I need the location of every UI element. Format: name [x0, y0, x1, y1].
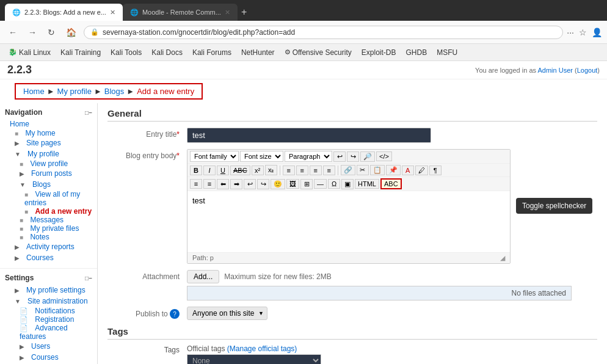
- toolbar-align-right-btn[interactable]: ≡: [310, 166, 322, 175]
- sidebar-item-users[interactable]: Users: [26, 341, 50, 351]
- toolbar-copy-btn[interactable]: 📋: [370, 165, 385, 175]
- menu-dots-icon[interactable]: ···: [567, 27, 574, 37]
- toolbar-spellcheck-btn[interactable]: ABC Toggle spellchecker: [380, 178, 402, 189]
- toolbar-superscript-btn[interactable]: x²: [252, 166, 264, 175]
- tags-row: Tags Official tags (Manage official tags…: [107, 344, 597, 364]
- sidebar-item-view-profile[interactable]: View profile: [25, 159, 68, 169]
- breadcrumb-blogs[interactable]: Blogs: [104, 87, 125, 96]
- toolbar-indent-btn[interactable]: ➡: [230, 179, 242, 189]
- toolbar-link-btn[interactable]: 🔗: [341, 165, 355, 175]
- profile-icon[interactable]: 👤: [592, 27, 602, 37]
- sidebar-item-my-profile[interactable]: My profile: [23, 149, 59, 159]
- font-family-select[interactable]: Font family: [190, 151, 239, 162]
- sidebar-item-notes[interactable]: Notes: [25, 232, 49, 242]
- toolbar-align-left-btn[interactable]: ≡: [283, 166, 295, 175]
- home-button[interactable]: 🏠: [62, 26, 80, 39]
- toolbar-outdent-btn[interactable]: ⬅: [217, 179, 229, 189]
- breadcrumb-current[interactable]: Add a new entry: [137, 87, 194, 96]
- toolbar-underline-btn[interactable]: U: [217, 166, 229, 175]
- bookmark-ghdb[interactable]: GHDB: [402, 47, 431, 58]
- max-size-text: Maximum size for new files: 2MB: [224, 272, 331, 281]
- toolbar-image-btn[interactable]: 🖼: [286, 179, 299, 189]
- toolbar-hilite-btn[interactable]: 🖊: [415, 166, 428, 175]
- entry-title-label: Entry title*: [107, 128, 187, 139]
- sidebar-item-courses-s[interactable]: Courses: [26, 352, 59, 362]
- user-name-link[interactable]: Admin User: [537, 67, 572, 74]
- tab-inactive[interactable]: 🌐 Moodle - Remote Comm... ✕: [123, 4, 238, 21]
- breadcrumb-my-profile[interactable]: My profile: [57, 87, 92, 96]
- toolbar-redo2-btn[interactable]: ↪: [257, 179, 269, 189]
- toolbar-paste-btn[interactable]: 📌: [386, 165, 401, 175]
- bookmark-kali-training[interactable]: Kali Training: [57, 47, 104, 58]
- tab-inactive-close[interactable]: ✕: [225, 9, 230, 16]
- toolbar-redo-btn[interactable]: ↪: [347, 151, 359, 162]
- toolbar-bold-btn[interactable]: B: [190, 166, 202, 175]
- editor-body[interactable]: test: [187, 191, 510, 252]
- courses-s-arrow: ▶: [20, 354, 24, 361]
- font-size-select[interactable]: Font size: [240, 151, 283, 162]
- breadcrumb-home[interactable]: Home: [23, 87, 45, 96]
- toolbar-subscript-btn[interactable]: x₂: [265, 165, 277, 175]
- sidebar-toggle-icons[interactable]: □−: [85, 109, 92, 116]
- tab-close-btn[interactable]: ✕: [110, 9, 115, 16]
- toolbar-italic-btn[interactable]: I: [203, 166, 216, 175]
- sidebar-item-site-pages[interactable]: Site pages: [21, 138, 61, 148]
- bookmark-exploit-db[interactable]: Exploit-DB: [358, 47, 400, 58]
- toolbar-cut-btn[interactable]: ✂: [357, 165, 369, 175]
- toolbar-table-btn[interactable]: ⊞: [300, 179, 313, 189]
- new-tab-button[interactable]: +: [241, 7, 247, 18]
- bookmark-kali-tools[interactable]: Kali Tools: [107, 47, 145, 58]
- bookmark-offensive-security[interactable]: ⚙ Offensive Security: [281, 47, 355, 58]
- sidebar-item-blogs[interactable]: Blogs: [27, 180, 51, 189]
- address-bar[interactable]: 🔒 severnaya-station.com/gnocertdir/blog/…: [84, 26, 563, 39]
- toolbar-undo2-btn[interactable]: ↩: [244, 179, 256, 189]
- toolbar-source-btn[interactable]: </>: [376, 151, 392, 161]
- bookmark-kali-linux[interactable]: 🐉 Kali Linux: [5, 47, 54, 58]
- toolbar-smile-btn[interactable]: 🙂: [271, 179, 285, 189]
- toolbar-strikethrough-btn[interactable]: ABC: [230, 166, 250, 175]
- sidebar-item-site-admin[interactable]: Site administration: [23, 296, 88, 306]
- manage-tags-link[interactable]: (Manage official tags): [227, 344, 297, 353]
- settings-toggle-icons[interactable]: □−: [85, 275, 92, 282]
- sidebar-item-home[interactable]: Home: [5, 119, 92, 129]
- sidebar-item-view-all[interactable]: View all of my entries: [24, 189, 80, 208]
- toolbar-html-btn[interactable]: HTML: [355, 179, 379, 189]
- toolbar-align-center-btn[interactable]: ≡: [296, 166, 308, 175]
- sidebar-item-my-home[interactable]: My home: [20, 128, 55, 138]
- tab-active[interactable]: 🌐 2.2.3: Blogs: Add a new e... ✕: [5, 4, 123, 21]
- sidebar-item-activity-reports[interactable]: Activity reports: [21, 242, 75, 252]
- toolbar-iframe-btn[interactable]: ▣: [341, 179, 354, 189]
- toolbar-format-btn[interactable]: ¶: [429, 166, 442, 175]
- address-text: severnaya-station.com/gnocertdir/blog/ed…: [103, 28, 556, 37]
- toolbar-ordered-btn[interactable]: ≡: [203, 179, 216, 189]
- sidebar-item-courses[interactable]: Courses: [21, 253, 54, 263]
- help-icon[interactable]: ?: [170, 309, 180, 319]
- bookmark-kali-docs[interactable]: Kali Docs: [148, 47, 186, 58]
- toolbar-find-btn[interactable]: 🔎: [360, 151, 375, 162]
- resize-handle[interactable]: ◢: [500, 254, 505, 262]
- sidebar-item-forum-posts[interactable]: Forum posts: [26, 169, 72, 178]
- forward-button[interactable]: →: [24, 26, 40, 39]
- toolbar-unordered-btn[interactable]: ≡: [190, 179, 202, 189]
- bookmark-msfu[interactable]: MSFU: [433, 47, 461, 58]
- toolbar-align-justify-btn[interactable]: ≡: [323, 166, 335, 175]
- entry-title-input[interactable]: [187, 128, 431, 143]
- sidebar-item-my-profile-settings[interactable]: My profile settings: [21, 285, 85, 295]
- toolbar-special-btn[interactable]: Ω: [328, 179, 340, 189]
- tags-select[interactable]: None: [187, 354, 321, 364]
- logout-link[interactable]: Logout: [577, 67, 598, 74]
- toolbar-hr-btn[interactable]: —: [314, 179, 327, 189]
- toolbar-fontcolor-btn[interactable]: A: [402, 166, 414, 175]
- refresh-button[interactable]: ↻: [44, 26, 59, 39]
- main-layout: Navigation □− Home ■ My home ▶ Site page…: [0, 103, 607, 364]
- bookmark-kali-forums[interactable]: Kali Forums: [189, 47, 235, 58]
- sidebar-private-files-row: ■ My private files: [5, 224, 92, 233]
- paragraph-select[interactable]: Paragraph: [285, 151, 332, 162]
- back-button[interactable]: ←: [5, 26, 21, 39]
- bookmark-star-icon[interactable]: ☆: [579, 27, 587, 37]
- add-attachment-button[interactable]: Add...: [187, 270, 219, 283]
- publish-select[interactable]: Anyone on this site: [187, 307, 267, 320]
- bookmark-nethunter[interactable]: NetHunter: [238, 47, 278, 58]
- editor-status: Path: p ◢: [187, 252, 510, 263]
- toolbar-undo-btn[interactable]: ↩: [333, 151, 346, 162]
